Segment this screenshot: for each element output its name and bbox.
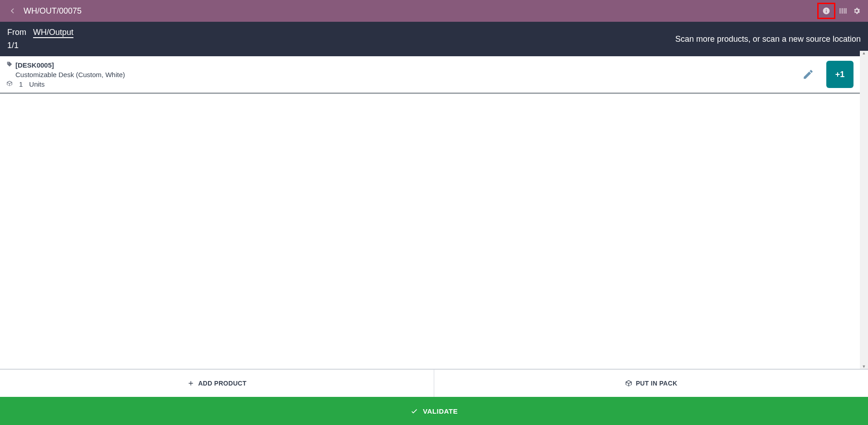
check-icon	[410, 407, 418, 415]
product-code: [DESK0005]	[15, 61, 54, 69]
page-title: WH/OUT/00075	[24, 6, 82, 16]
subheader: From WH/Output 1/1 Scan more products, o…	[0, 22, 868, 56]
bottom-actions: ADD PRODUCT PUT IN PACK	[0, 369, 868, 397]
barcode-icon	[839, 7, 848, 15]
scan-hint: Scan more products, or scan a new source…	[675, 34, 861, 44]
product-info: [DESK0005] Customizable Desk (Custom, Wh…	[6, 61, 799, 88]
pencil-icon	[802, 68, 814, 80]
add-product-label: ADD PRODUCT	[198, 380, 247, 387]
cube-icon	[6, 80, 13, 88]
highlighted-info-button	[817, 3, 835, 19]
product-name: Customizable Desk (Custom, White)	[15, 71, 799, 78]
scrollbar[interactable]	[860, 51, 868, 369]
put-in-pack-label: PUT IN PACK	[636, 380, 678, 387]
topbar: WH/OUT/00075	[0, 0, 868, 22]
back-button[interactable]	[5, 4, 20, 18]
product-line[interactable]: [DESK0005] Customizable Desk (Custom, Wh…	[0, 56, 860, 94]
gear-icon	[853, 7, 861, 15]
from-location[interactable]: WH/Output	[33, 28, 73, 38]
product-uom: Units	[29, 80, 44, 88]
validate-button[interactable]: VALIDATE	[0, 397, 868, 425]
info-icon	[822, 7, 830, 15]
info-button[interactable]	[820, 5, 832, 17]
put-in-pack-button[interactable]: PUT IN PACK	[434, 370, 868, 397]
increment-button[interactable]: +1	[826, 61, 853, 88]
validate-label: VALIDATE	[423, 407, 458, 415]
increment-label: +1	[835, 70, 845, 79]
add-product-button[interactable]: ADD PRODUCT	[0, 370, 434, 397]
package-icon	[625, 380, 632, 387]
line-counter: 1/1	[7, 39, 73, 52]
from-label: From	[7, 28, 26, 37]
settings-button[interactable]	[851, 5, 863, 17]
chevron-left-icon	[9, 7, 17, 15]
product-qty: 1	[19, 80, 23, 88]
main-content: [DESK0005] Customizable Desk (Custom, Wh…	[0, 56, 868, 374]
edit-button[interactable]	[799, 65, 817, 83]
plus-icon	[187, 380, 194, 387]
tag-icon	[6, 61, 13, 69]
barcode-button[interactable]	[837, 5, 849, 17]
